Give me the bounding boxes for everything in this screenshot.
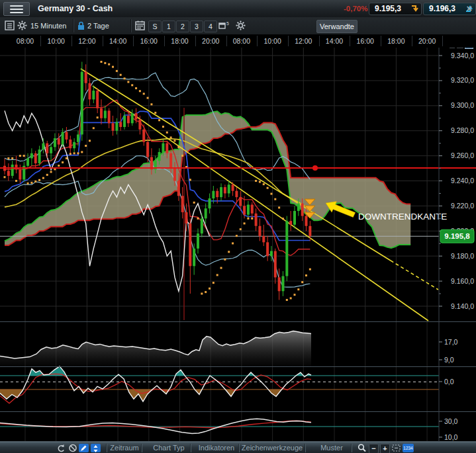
candle-down bbox=[278, 277, 281, 291]
candle-down bbox=[142, 130, 145, 142]
candle-up bbox=[50, 147, 52, 153]
bottom-toolbar-separator bbox=[351, 444, 352, 452]
candle-up bbox=[193, 249, 195, 267]
time-axis-separator bbox=[195, 36, 196, 46]
panel-tick-label: 30,0 bbox=[444, 417, 458, 425]
menu-indikatoren[interactable]: Indikatoren bbox=[199, 442, 234, 453]
candle-down bbox=[255, 214, 258, 226]
candle-down bbox=[185, 212, 187, 224]
sell-arrow-down-icon bbox=[410, 5, 418, 13]
calendar-icon[interactable] bbox=[135, 21, 145, 30]
candle-down bbox=[301, 204, 304, 216]
sell-price-button[interactable]: 9.195,3 bbox=[369, 3, 422, 15]
panel-tick-label: 17,0 bbox=[444, 338, 458, 346]
bottom-toolbar-separator bbox=[305, 444, 306, 452]
indicator-panels[interactable]: 17,09,00,030,010,0 bbox=[0, 321, 476, 442]
price-tick-label: 9.340,0 bbox=[451, 52, 474, 60]
candle-down bbox=[46, 144, 48, 153]
candle-down bbox=[289, 221, 292, 225]
candle-down bbox=[19, 169, 21, 179]
candle-down bbox=[85, 72, 87, 83]
expand-panels-button[interactable] bbox=[91, 444, 101, 452]
oscillator-lower-fill bbox=[0, 366, 311, 401]
clear-drawings-icon[interactable] bbox=[68, 444, 77, 452]
candle-up bbox=[293, 211, 296, 225]
candle-down bbox=[108, 110, 111, 123]
candle-down bbox=[232, 185, 234, 190]
menu-zeitraum[interactable]: Zeitraum bbox=[110, 442, 138, 453]
preset-button-2[interactable]: 2 bbox=[176, 21, 189, 32]
undo-refresh-icon[interactable] bbox=[56, 444, 66, 452]
custom-period-flag-icon[interactable]: 5 bbox=[218, 21, 230, 31]
candle-down bbox=[262, 236, 265, 242]
candle-down bbox=[135, 113, 138, 119]
candle-down bbox=[235, 191, 238, 197]
candle-down bbox=[239, 197, 242, 206]
settings-gear-icon[interactable] bbox=[17, 21, 27, 30]
time-axis-separator bbox=[226, 36, 227, 46]
time-axis-separator bbox=[257, 36, 258, 46]
menu-chart-typ[interactable]: Chart Typ bbox=[153, 442, 185, 453]
candle-down bbox=[224, 187, 226, 193]
candle-up bbox=[197, 233, 199, 249]
zoom-magnifier-icon[interactable] bbox=[357, 444, 367, 452]
preset-button-s[interactable]: S bbox=[148, 21, 162, 32]
candle-down bbox=[7, 171, 10, 176]
news-list-icon[interactable] bbox=[5, 21, 15, 30]
time-label: 08:00 bbox=[233, 34, 250, 48]
time-label: 14:00 bbox=[109, 34, 126, 48]
menu-zeichenwerkzeuge[interactable]: Zeichenwerkzeuge bbox=[242, 442, 303, 453]
time-axis-separator bbox=[164, 36, 165, 46]
fit-chart-icon[interactable] bbox=[392, 444, 401, 452]
oscillator-signal-line bbox=[0, 374, 311, 403]
time-label: 10:00 bbox=[263, 34, 281, 48]
candle-down bbox=[100, 108, 103, 118]
candle-up bbox=[162, 144, 164, 152]
candle-up bbox=[209, 198, 211, 208]
time-label: 16:00 bbox=[357, 34, 374, 48]
oscillator-upper-fill bbox=[0, 366, 311, 401]
price-chart[interactable]: DOWNTRENDKANTE9.340,09.320,09.300,09.280… bbox=[0, 48, 476, 321]
range-selector[interactable]: 2 Tage bbox=[87, 17, 109, 34]
price-tick-label: 9.140,0 bbox=[451, 302, 474, 310]
candle-down bbox=[96, 91, 99, 108]
zoom-out-button[interactable]: − bbox=[369, 444, 379, 453]
hamburger-menu-button[interactable] bbox=[3, 2, 30, 16]
bottom-toolbar-separator bbox=[190, 444, 191, 452]
preset-button-3[interactable]: 3 bbox=[190, 21, 203, 32]
data-values-button[interactable]: 1234 bbox=[403, 444, 414, 452]
candle-up bbox=[38, 149, 41, 163]
candle-down bbox=[138, 120, 141, 130]
time-label: 14:00 bbox=[326, 34, 343, 48]
candle-up bbox=[285, 221, 288, 276]
bottom-toolbar-separator bbox=[141, 444, 142, 452]
menu-muster[interactable]: Muster bbox=[320, 442, 343, 453]
close-icon[interactable]: × bbox=[464, 2, 475, 15]
price-tick-label: 9.160,0 bbox=[451, 277, 474, 285]
candle-down bbox=[166, 144, 168, 153]
candle-up bbox=[228, 185, 230, 193]
time-axis-separator bbox=[103, 36, 103, 46]
candle-down bbox=[58, 138, 60, 144]
candle-up bbox=[26, 158, 29, 165]
candle-up bbox=[11, 165, 14, 176]
lock-icon[interactable] bbox=[77, 21, 85, 30]
chart-settings-gear-icon[interactable] bbox=[236, 21, 246, 30]
draw-pencil-button[interactable] bbox=[79, 444, 89, 452]
hamburger-icon bbox=[10, 5, 23, 7]
preset-button-1[interactable]: 1 bbox=[162, 21, 175, 32]
candle-up bbox=[62, 132, 64, 145]
candle-down bbox=[266, 242, 269, 256]
candle-down bbox=[274, 251, 277, 278]
preset-button-4[interactable]: 4 bbox=[204, 21, 217, 32]
interval-selector[interactable]: 15 Minuten bbox=[30, 17, 66, 34]
plot-area bbox=[0, 48, 439, 321]
time-axis[interactable]: 08:0010:0012:0014:0016:0018:0020:0008:00… bbox=[0, 34, 476, 48]
panel-tick-label: 0,0 bbox=[444, 378, 454, 386]
chart-toolbar: 15 Minuten 2 Tage S1234 5 bbox=[0, 17, 476, 35]
trading-chart-window: Germany 30 - Cash -0,70% 9.195,3 9.196,3… bbox=[0, 0, 476, 453]
related-button[interactable]: Verwandte bbox=[316, 20, 357, 33]
candle-down bbox=[119, 122, 122, 127]
candle-down bbox=[173, 169, 176, 181]
zoom-in-button[interactable]: + bbox=[380, 444, 390, 453]
